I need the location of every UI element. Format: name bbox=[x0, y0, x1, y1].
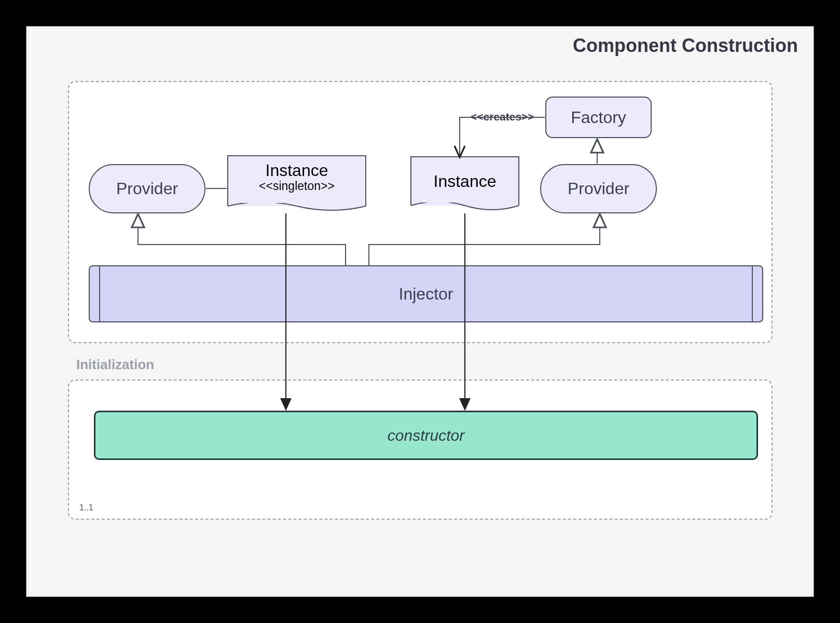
provider-1-label: Provider bbox=[116, 179, 178, 198]
diagram-frame: Component Construction 1..1 Initializati… bbox=[26, 26, 814, 597]
provider-node-2: Provider bbox=[540, 164, 657, 213]
provider-node-1: Provider bbox=[89, 164, 205, 213]
instance-2-label: Instance bbox=[434, 172, 497, 191]
instance-1-label: Instance bbox=[228, 156, 365, 180]
note-wave-icon bbox=[410, 202, 519, 215]
note-wave-icon bbox=[227, 203, 366, 215]
provider-2-label: Provider bbox=[568, 179, 629, 198]
injector-node: Injector bbox=[89, 265, 763, 322]
creates-edge-label: <<creates>> bbox=[469, 111, 536, 123]
factory-node: Factory bbox=[545, 97, 652, 138]
initialization-title: Initialization bbox=[74, 357, 156, 373]
multiplicity-label: 1..1 bbox=[79, 503, 93, 512]
instance-node: Instance bbox=[410, 156, 519, 214]
injector-label: Injector bbox=[399, 285, 453, 304]
instance-singleton-node: Instance <<singleton>> bbox=[227, 155, 366, 215]
diagram-title: Component Construction bbox=[573, 35, 798, 57]
instance-1-stereotype: <<singleton>> bbox=[228, 180, 365, 193]
constructor-node: constructor bbox=[94, 411, 758, 460]
constructor-label: constructor bbox=[388, 427, 464, 444]
factory-label: Factory bbox=[571, 108, 626, 127]
